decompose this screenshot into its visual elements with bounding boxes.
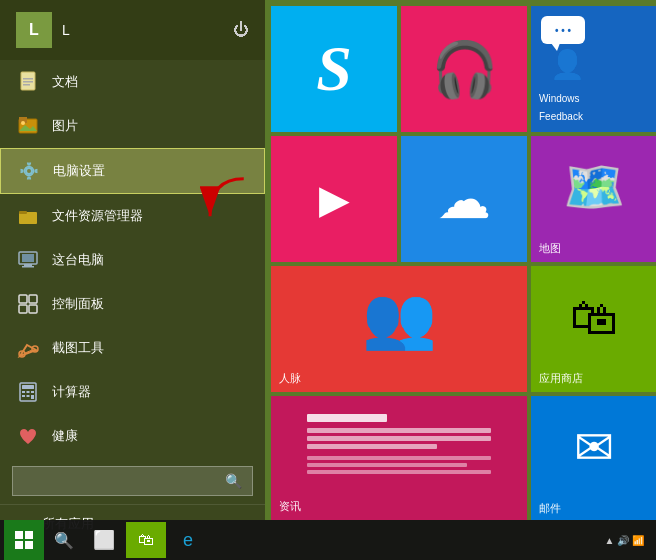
computer-icon <box>16 248 40 272</box>
svg-rect-34 <box>307 436 491 441</box>
svg-rect-40 <box>15 531 23 539</box>
tile-label-map2: 地图 <box>531 238 656 262</box>
sidebar-item-documents[interactable]: 文档 <box>0 60 265 104</box>
taskbar-search-button[interactable]: 🔍 <box>46 522 82 558</box>
svg-rect-33 <box>307 428 491 433</box>
svg-rect-12 <box>19 211 27 214</box>
folder-icon <box>16 204 40 228</box>
menu-label-calculator: 计算器 <box>52 383 91 401</box>
tile-icon-store: 🛍 <box>570 266 618 368</box>
tile-video[interactable]: ▶ <box>271 136 397 262</box>
taskbar-taskview[interactable]: ⬜ <box>84 522 124 558</box>
svg-rect-29 <box>22 395 25 397</box>
svg-rect-3 <box>23 81 33 83</box>
tile-label-people: 人脉 <box>271 368 527 392</box>
search-button[interactable]: 🔍 <box>225 473 242 489</box>
svg-point-7 <box>21 121 25 125</box>
panel-icon <box>16 292 40 316</box>
image-icon <box>16 114 40 138</box>
feedback-label: WindowsFeedback <box>539 88 583 124</box>
svg-rect-4 <box>23 84 30 86</box>
search-input[interactable] <box>23 474 225 489</box>
menu-label-file-explorer: 文件资源管理器 <box>52 207 143 225</box>
tile-news[interactable]: 资讯 <box>271 396 527 520</box>
svg-rect-25 <box>22 385 34 389</box>
settings-icon <box>17 159 41 183</box>
svg-rect-26 <box>22 391 25 393</box>
menu-label-this-pc: 这台电脑 <box>52 251 104 269</box>
menu-label-snipping-tool: 截图工具 <box>52 339 104 357</box>
tile-skype[interactable]: S <box>271 6 397 132</box>
sidebar-item-file-explorer[interactable]: 文件资源管理器 <box>0 194 265 238</box>
user-info: L L <box>16 12 70 48</box>
feedback-bubble-icon: • • • 👤 <box>541 16 585 81</box>
menu-label-pc-settings: 电脑设置 <box>53 162 105 180</box>
power-icon[interactable]: ⏻ <box>233 21 249 39</box>
svg-rect-41 <box>25 531 33 539</box>
svg-rect-36 <box>307 456 491 460</box>
tile-icon-people: 👥 <box>362 266 437 368</box>
sidebar-item-calculator[interactable]: 计算器 <box>0 370 265 414</box>
tile-icon-map2: 🗺️ <box>563 136 625 238</box>
file-icon <box>16 70 40 94</box>
svg-rect-2 <box>23 78 33 80</box>
svg-rect-35 <box>307 444 437 449</box>
news-label: 资讯 <box>271 496 527 520</box>
user-header: L L ⏻ <box>0 0 265 60</box>
start-button[interactable] <box>4 520 44 560</box>
tile-mail[interactable]: ✉ 邮件 <box>531 396 656 520</box>
menu-label-pictures: 图片 <box>52 117 78 135</box>
tile-label-mail: 邮件 <box>531 498 656 520</box>
tile-music[interactable]: 🎧 <box>401 6 527 132</box>
taskbar-tray: ▲ 🔊 📶 <box>605 535 652 546</box>
snip-icon <box>16 336 40 360</box>
sidebar-item-this-pc[interactable]: 这台电脑 <box>0 238 265 282</box>
avatar[interactable]: L <box>16 12 52 48</box>
start-menu: L L ⏻ 文档 <box>0 0 656 520</box>
left-panel: L L ⏻ 文档 <box>0 0 265 520</box>
tile-icon-video: ▶ <box>319 136 350 262</box>
taskbar-store-app[interactable]: 🛍 <box>126 522 166 558</box>
svg-rect-27 <box>27 391 30 393</box>
search-bar: 🔍 <box>12 466 253 496</box>
tile-icon-cloud: ☁ <box>437 136 491 262</box>
svg-rect-28 <box>31 391 34 393</box>
tile-label-store: 应用商店 <box>531 368 656 392</box>
svg-rect-19 <box>19 305 27 313</box>
sidebar-item-pc-settings[interactable]: 电脑设置 <box>0 148 265 194</box>
sidebar-item-health[interactable]: 健康 <box>0 414 265 458</box>
svg-rect-18 <box>29 295 37 303</box>
svg-rect-16 <box>22 266 34 268</box>
user-name: L <box>62 22 70 38</box>
svg-rect-31 <box>31 395 34 399</box>
tile-feedback[interactable]: • • • 👤 WindowsFeedback <box>531 6 656 132</box>
menu-items-list: 文档 图片 <box>0 60 265 543</box>
menu-label-control-panel: 控制面板 <box>52 295 104 313</box>
tile-map2[interactable]: 🗺️ 地图 <box>531 136 656 262</box>
svg-rect-20 <box>29 305 37 313</box>
svg-rect-37 <box>307 463 467 467</box>
taskbar-ie[interactable]: e <box>168 522 208 558</box>
svg-rect-14 <box>22 254 34 262</box>
calc-icon <box>16 380 40 404</box>
svg-rect-17 <box>19 295 27 303</box>
news-content <box>271 396 527 496</box>
svg-rect-38 <box>307 470 491 474</box>
svg-rect-30 <box>27 395 30 397</box>
tile-icon-skype: S <box>316 6 352 132</box>
sidebar-item-pictures[interactable]: 图片 <box>0 104 265 148</box>
svg-point-9 <box>26 168 32 174</box>
menu-label-health: 健康 <box>52 427 78 445</box>
sidebar-item-snipping-tool[interactable]: 截图工具 <box>0 326 265 370</box>
tile-store[interactable]: 🛍 应用商店 <box>531 266 656 392</box>
svg-rect-15 <box>24 264 32 266</box>
tile-icon-mail: ✉ <box>574 396 614 498</box>
tile-people[interactable]: 👥 人脉 <box>271 266 527 392</box>
tile-cloud[interactable]: ☁ <box>401 136 527 262</box>
svg-rect-42 <box>15 541 23 549</box>
sidebar-item-control-panel[interactable]: 控制面板 <box>0 282 265 326</box>
svg-rect-32 <box>307 414 387 422</box>
svg-rect-43 <box>25 541 33 549</box>
taskbar: 🔍 ⬜ 🛍 e ▲ 🔊 📶 <box>0 520 656 560</box>
menu-label-documents: 文档 <box>52 73 78 91</box>
